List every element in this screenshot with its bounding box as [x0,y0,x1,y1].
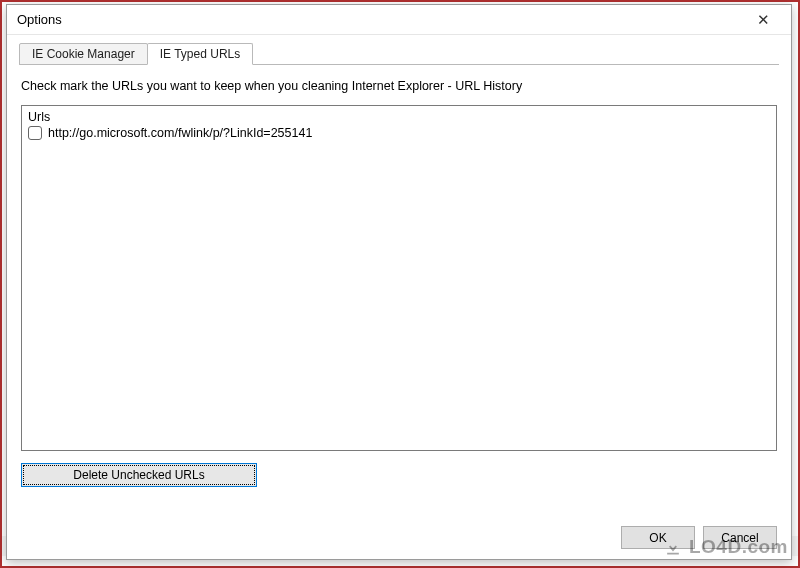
url-text: http://go.microsoft.com/fwlink/p/?LinkId… [48,126,312,140]
instruction-text: Check mark the URLs you want to keep whe… [21,79,779,93]
delete-unchecked-urls-button[interactable]: Delete Unchecked URLs [21,463,257,487]
close-button[interactable]: ✕ [741,7,785,33]
tab-ie-cookie-manager[interactable]: IE Cookie Manager [19,43,148,65]
list-item[interactable]: http://go.microsoft.com/fwlink/p/?LinkId… [28,126,770,140]
ok-button[interactable]: OK [621,526,695,549]
dialog-body: IE Cookie Manager IE Typed URLs Check ma… [7,35,791,559]
titlebar: Options ✕ [7,5,791,35]
url-checkbox[interactable] [28,126,42,140]
url-header: Urls [28,110,770,124]
delete-button-row: Delete Unchecked URLs [21,463,777,487]
close-icon: ✕ [757,11,770,29]
tabstrip: IE Cookie Manager IE Typed URLs [19,41,779,65]
dialog-button-bar: OK Cancel [621,526,777,549]
url-listbox[interactable]: Urls http://go.microsoft.com/fwlink/p/?L… [21,105,777,451]
cancel-button[interactable]: Cancel [703,526,777,549]
options-dialog: Options ✕ IE Cookie Manager IE Typed URL… [6,4,792,560]
tab-ie-typed-urls[interactable]: IE Typed URLs [147,43,253,65]
dialog-title: Options [17,12,741,27]
tabpanel-ie-typed-urls: Check mark the URLs you want to keep whe… [19,64,779,512]
